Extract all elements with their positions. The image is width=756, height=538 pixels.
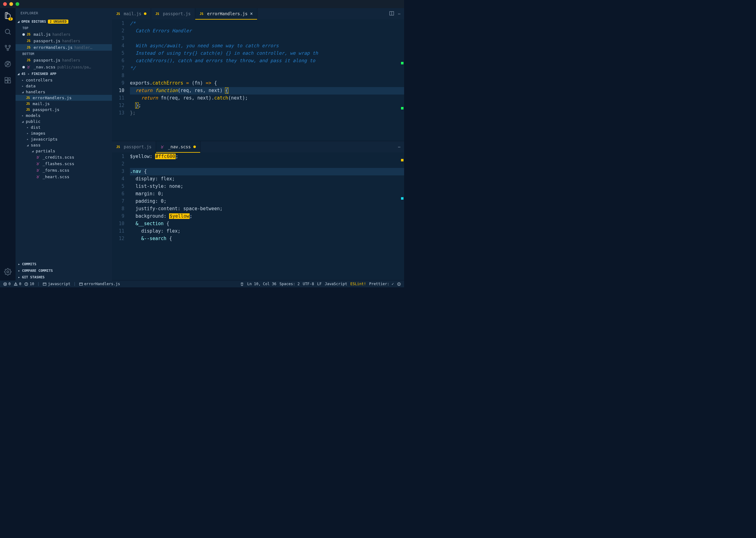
code-editor-top[interactable]: 12345678910111213 /* Catch Errors Handle… — [112, 19, 404, 141]
folder-item[interactable]: ▸controllers — [16, 77, 112, 83]
code-line[interactable]: .nav { — [130, 168, 404, 175]
open-editor-filename: errorHandlers.js — [33, 45, 73, 50]
code-line[interactable] — [130, 35, 404, 42]
editor-tab[interactable]: JSpassport.js — [151, 8, 195, 19]
editor-tab[interactable]: JSpassport.js — [112, 141, 156, 152]
explorer-icon[interactable]: 2 — [3, 11, 12, 20]
code-line[interactable]: list-style: none; — [130, 183, 404, 190]
code-line[interactable]: background: $yellow; — [130, 213, 404, 220]
code-line[interactable]: */ — [130, 65, 404, 72]
source-control-icon[interactable] — [3, 43, 12, 52]
svg-point-2 — [5, 45, 7, 47]
status-scope[interactable]: javascript — [43, 282, 70, 286]
close-tab-icon[interactable]: × — [250, 11, 253, 17]
folder-item[interactable]: ▸dist — [16, 124, 112, 130]
file-item[interactable]: JSmail.js — [16, 101, 112, 107]
code-line[interactable] — [130, 72, 404, 80]
status-language[interactable]: JavaScript — [325, 282, 347, 286]
file-item[interactable]: JSpassport.js — [16, 107, 112, 113]
open-editor-item[interactable]: JSpassport.js handlers — [16, 38, 112, 44]
panel-label: COMMITS — [22, 262, 36, 266]
code-editor-bottom[interactable]: 123456789101112 $yellow: #ffc600;.nav { … — [112, 152, 404, 280]
status-feedback-icon[interactable] — [397, 282, 401, 286]
line-number: 4 — [112, 175, 124, 183]
status-warnings[interactable]: 0 — [14, 282, 21, 286]
line-number: 9 — [112, 213, 124, 220]
status-eslint[interactable]: ESLint! — [350, 282, 366, 286]
search-icon[interactable] — [3, 27, 12, 36]
folder-item[interactable]: ◢sass — [16, 142, 112, 148]
open-editors-header[interactable]: ◢ OPEN EDITORS 2 UNSAVED — [16, 18, 112, 25]
debug-icon[interactable] — [3, 60, 12, 69]
code-line[interactable]: Catch Errors Handler — [130, 27, 404, 35]
file-item[interactable]: ୪_flashes.scss — [16, 160, 112, 167]
code-line[interactable]: justify-content: space-between; — [130, 205, 404, 213]
maximize-window-button[interactable] — [16, 2, 19, 6]
code-line[interactable]: /* — [130, 20, 404, 27]
status-info[interactable]: 10 — [24, 282, 34, 286]
file-item[interactable]: ୪_heart.scss — [16, 174, 112, 180]
folder-item[interactable]: ◢partials — [16, 148, 112, 154]
editor-tab[interactable]: JSmail.js — [112, 8, 151, 19]
editor-tab[interactable]: JSerrorHandlers.js× — [195, 8, 257, 19]
code-line[interactable] — [130, 160, 404, 168]
folder-item[interactable]: ◢handlers — [16, 89, 112, 95]
open-editor-item[interactable]: JSpassport.js handlers — [16, 57, 112, 64]
code-line[interactable]: Instead of using try{} catch(e) {} in ea… — [130, 50, 404, 57]
file-item[interactable]: ୪_credits.scss — [16, 154, 112, 160]
open-editor-item[interactable]: JSmail.js handlers — [16, 31, 112, 38]
editor-tab[interactable]: ୪_nav.scss — [156, 141, 200, 152]
code-line[interactable]: }; — [130, 102, 404, 109]
project-header[interactable]: ◢ 45 - FINISHED APP — [16, 71, 112, 77]
status-eol[interactable]: LF — [317, 282, 322, 286]
chevron-right-icon: ▸ — [21, 114, 24, 117]
code-line[interactable]: exports.catchErrors = (fn) => { — [130, 80, 404, 87]
settings-gear-icon[interactable] — [3, 267, 12, 276]
code-line[interactable]: display: flex; — [130, 175, 404, 183]
code-line[interactable]: padding: 0; — [130, 198, 404, 205]
sidebar-panel-header[interactable]: ▸COMPARE COMMITS — [16, 267, 112, 274]
more-actions-icon[interactable]: ⋯ — [398, 145, 400, 149]
code-line[interactable]: &__section { — [130, 220, 404, 228]
code-line[interactable]: $yellow: #ffc600; — [130, 153, 404, 160]
panel-label: GIT STASHES — [22, 275, 45, 279]
folder-item[interactable]: ▸data — [16, 83, 112, 89]
sidebar-panel-header[interactable]: ▸GIT STASHES — [16, 274, 112, 281]
line-number: 8 — [112, 72, 124, 80]
folder-item[interactable]: ▸javascripts — [16, 136, 112, 142]
chevron-down-icon: ◢ — [26, 143, 29, 147]
code-line[interactable]: &--search { — [130, 235, 404, 242]
status-cursor-pos[interactable]: Ln 10, Col 36 — [247, 282, 277, 286]
close-window-button[interactable] — [3, 2, 7, 6]
code-line[interactable]: With async/await, you need some way to c… — [130, 42, 404, 50]
split-editor-icon[interactable] — [389, 11, 394, 17]
file-item[interactable]: JSerrorHandlers.js — [16, 95, 112, 101]
status-encoding[interactable]: UTF-8 — [303, 282, 314, 286]
extensions-icon[interactable] — [3, 76, 12, 84]
sidebar-panel-header[interactable]: ▸COMMITS — [16, 261, 112, 267]
folder-item[interactable]: ▸models — [16, 113, 112, 119]
project-name: 45 - FINISHED APP — [22, 72, 57, 76]
status-indent[interactable]: Spaces: 2 — [279, 282, 300, 286]
code-line[interactable]: }; — [130, 109, 404, 117]
chevron-right-icon: ▸ — [18, 275, 20, 279]
file-item[interactable]: ୪_forms.scss — [16, 167, 112, 174]
code-line[interactable]: display: flex; — [130, 228, 404, 235]
open-editor-item[interactable]: ୪_nav.scss public/sass/pa… — [16, 64, 112, 71]
more-actions-icon[interactable]: ⋯ — [398, 12, 400, 16]
code-line[interactable]: return fn(req, res, next).catch(next); — [130, 94, 404, 102]
window-controls — [3, 2, 19, 6]
code-line[interactable]: return function(req, res, next) { — [130, 87, 404, 94]
code-line[interactable]: catchErrors(), catch and errors they thr… — [130, 57, 404, 65]
line-number: 11 — [112, 228, 124, 235]
minimize-window-button[interactable] — [9, 2, 13, 6]
status-errors[interactable]: 0 — [3, 282, 11, 286]
folder-item[interactable]: ▸images — [16, 130, 112, 136]
code-line[interactable]: margin: 0; — [130, 190, 404, 198]
status-prettier[interactable]: Prettier: ✓ — [369, 282, 394, 286]
status-trash-icon[interactable] — [240, 282, 244, 286]
open-editor-item[interactable]: JSerrorHandlers.js handler… — [16, 44, 112, 51]
folder-item[interactable]: ◢public — [16, 119, 112, 124]
status-file[interactable]: errorHandlers.js — [79, 282, 120, 286]
folder-name: controllers — [26, 78, 53, 82]
